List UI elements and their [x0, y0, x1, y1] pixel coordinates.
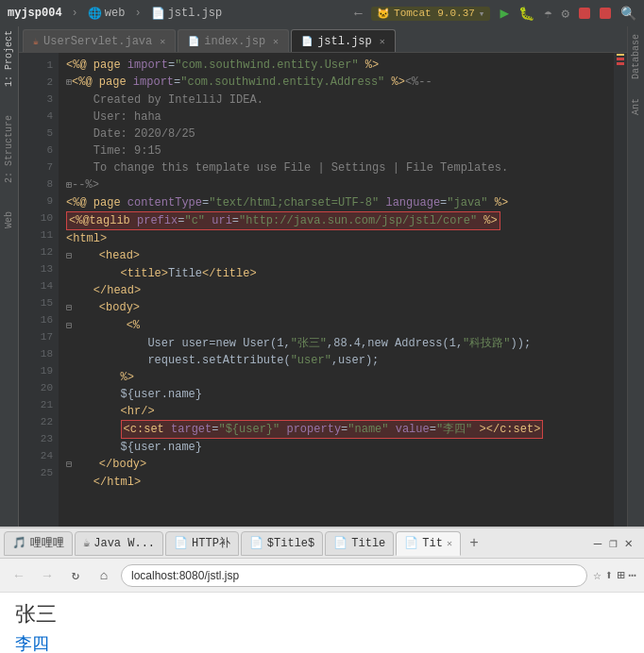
close-btn[interactable]: ✕: [625, 535, 633, 551]
menu-icon[interactable]: ⋯: [629, 567, 636, 583]
music-icon: 🎵: [12, 536, 26, 550]
ant-label[interactable]: Ant: [631, 98, 641, 115]
code-line-5: Date: 2020/8/25: [66, 126, 606, 142]
close-userservlet[interactable]: ✕: [160, 36, 165, 47]
browser-tab-title2[interactable]: 📄 Title: [325, 531, 394, 556]
minimize-btn[interactable]: —: [594, 536, 602, 551]
topbar-jstl[interactable]: 📄 jstl.jsp: [151, 7, 223, 21]
run-icon[interactable]: ▶: [500, 4, 509, 23]
browser-tab-java[interactable]: ☕ Java W...: [75, 531, 163, 556]
restore-btn[interactable]: ❐: [609, 535, 617, 551]
topbar-web[interactable]: 🌐 web: [88, 7, 126, 21]
tab-userservlet[interactable]: ☕ UserServlet.java ✕: [23, 29, 176, 52]
left-panel-labels: 1: Project 2: Structure Web: [0, 26, 19, 527]
line-numbers: 12345 678910 1112131415 1617181920 21222…: [19, 53, 59, 527]
stop-btn[interactable]: [579, 8, 590, 19]
code-line-19: %>: [66, 369, 606, 386]
code-line-8: ⊞--%>: [66, 176, 606, 194]
bookmark-icon[interactable]: ☆: [593, 567, 601, 583]
database-label[interactable]: Database: [631, 34, 641, 79]
code-line-6: Time: 9:15: [66, 142, 606, 159]
browser-tab-music[interactable]: 🎵 哩哩哩: [4, 531, 73, 556]
browser-content-line1: 张三: [15, 600, 629, 628]
code-line-10: <%@taglib prefix="c" uri="http://java.su…: [66, 211, 606, 230]
code-line-22: <c:set target="${user}" property="name" …: [66, 420, 606, 439]
http-icon: 📄: [174, 536, 188, 550]
dropdown-icon: ▾: [479, 8, 485, 20]
stop-btn2[interactable]: [600, 8, 611, 19]
share-icon[interactable]: ⬆: [605, 567, 613, 583]
refresh-button[interactable]: ↻: [64, 564, 87, 587]
nav-icons-right: ☆ ⬆ ⊞ ⋯: [593, 567, 636, 583]
web-icon: 🌐: [88, 7, 102, 21]
url-bar[interactable]: [121, 564, 587, 587]
far-right-sidebar: Database Ant: [627, 26, 644, 527]
close-tit-tab[interactable]: ✕: [447, 538, 452, 549]
browser-content: 张三 李四 https://blog.csdn.net/qq_41891425: [0, 593, 644, 653]
browser-tab-title1[interactable]: 📄 $Title$: [241, 531, 323, 556]
code-line-23: ${user.name}: [66, 439, 606, 456]
home-button[interactable]: ⌂: [93, 564, 115, 587]
close-index[interactable]: ✕: [273, 36, 279, 47]
code-line-9: <%@ page contentType="text/html;charset=…: [66, 194, 606, 211]
forward-button[interactable]: →: [36, 564, 59, 587]
browser-win-controls: — ❐ ✕: [594, 535, 640, 551]
tomcat-icon: 🐱: [377, 8, 390, 20]
tomcat-badge[interactable]: 🐱 Tomcat 9.0.37 ▾: [371, 7, 490, 21]
gutter-marker-red2: [617, 62, 624, 65]
structure-panel-label[interactable]: 2: Structure: [4, 115, 14, 183]
code-line-21: <hr/>: [66, 403, 606, 420]
browser-tab-tit[interactable]: 📄 Tit ✕: [396, 531, 461, 556]
tab-bar: ☕ UserServlet.java ✕ 📄 index.jsp ✕ 📄 jst…: [19, 26, 627, 53]
tab-jstl[interactable]: 📄 jstl.jsp ✕: [291, 29, 396, 52]
tit-icon: 📄: [404, 536, 418, 550]
code-line-7: To change this template use File | Setti…: [66, 159, 606, 176]
code-line-2: ⊞<%@ page import="com.southwind.entity.A…: [66, 74, 606, 92]
ide-main: 1: Project 2: Structure Web ☕ UserServle…: [0, 26, 644, 527]
browser-nav: ← → ↻ ⌂ ☆ ⬆ ⊞ ⋯: [0, 559, 644, 593]
coverage-icon[interactable]: ☂: [544, 6, 551, 22]
browser-tabs: 🎵 哩哩哩 ☕ Java W... 📄 HTTP补 📄 $Title$ 📄 Ti…: [0, 528, 644, 559]
project-name[interactable]: myjsp004: [8, 7, 62, 20]
bookmark2-icon[interactable]: ⊞: [617, 567, 624, 583]
search-icon[interactable]: 🔍: [620, 6, 636, 22]
code-container: 12345 678910 1112131415 1617181920 21222…: [19, 53, 627, 527]
gutter-marker-yellow: [617, 54, 624, 56]
code-line-16: ⊟ <%: [66, 317, 606, 335]
code-line-15: ⊟ <body>: [66, 299, 606, 317]
separator: ›: [72, 7, 78, 20]
browser-content-line2: 李四: [15, 632, 629, 653]
jsp-file-icon2: 📄: [301, 36, 313, 47]
code-line-1: <%@ page import="com.southwind.entity.Us…: [66, 57, 606, 74]
separator2: ›: [134, 7, 141, 20]
settings-icon[interactable]: ⚙: [562, 6, 569, 22]
file-icon: 📄: [151, 7, 165, 21]
debug-icon[interactable]: 🐛: [518, 6, 534, 22]
browser-tab-http[interactable]: 📄 HTTP补: [165, 531, 239, 556]
ide-topbar: myjsp004 › 🌐 web › 📄 jstl.jsp ⟵ 🐱 Tomcat…: [0, 0, 644, 26]
code-line-18: request.setAttribute("user",user);: [66, 352, 606, 369]
title1-icon: 📄: [249, 536, 263, 550]
jsp-file-icon1: 📄: [188, 36, 199, 47]
java-file-icon: ☕: [33, 36, 39, 47]
project-panel-label[interactable]: 1: Project: [4, 30, 14, 87]
editor-area: ☕ UserServlet.java ✕ 📄 index.jsp ✕ 📄 jst…: [19, 26, 627, 527]
right-gutter: [614, 53, 627, 527]
code-content[interactable]: <%@ page import="com.southwind.entity.Us…: [59, 53, 614, 527]
code-line-17: User user=new User(1,"张三",88.4,new Addre…: [66, 335, 606, 352]
code-line-12: ⊟ <head>: [66, 247, 606, 265]
code-line-11: <html>: [66, 230, 606, 247]
gutter-marker-red: [617, 58, 624, 60]
tab-index[interactable]: 📄 index.jsp ✕: [178, 29, 289, 52]
browser-section: 🎵 哩哩哩 ☕ Java W... 📄 HTTP补 📄 $Title$ 📄 Ti…: [0, 527, 644, 653]
code-line-25: </html>: [66, 474, 606, 491]
code-line-3: Created by IntelliJ IDEA.: [66, 92, 606, 109]
close-jstl[interactable]: ✕: [380, 36, 385, 47]
code-line-14: </head>: [66, 282, 606, 299]
java-icon: ☕: [83, 536, 90, 550]
back-button[interactable]: ←: [8, 564, 30, 587]
code-line-4: User: haha: [66, 109, 606, 126]
add-tab-button[interactable]: +: [463, 532, 485, 555]
web-panel-label[interactable]: Web: [4, 211, 14, 228]
code-line-20: ${user.name}: [66, 386, 606, 403]
